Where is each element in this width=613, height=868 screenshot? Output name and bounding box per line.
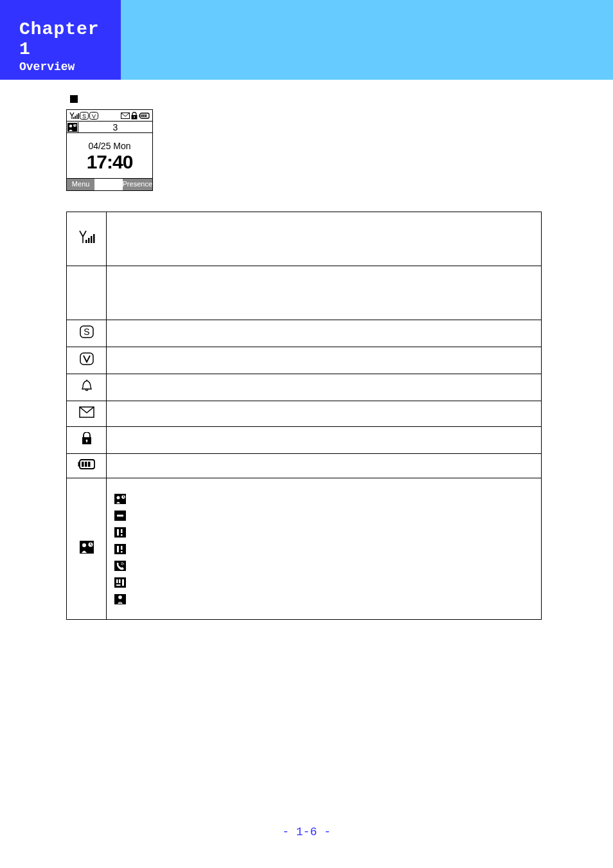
svg-rect-55 (119, 579, 121, 583)
table-row (67, 266, 542, 320)
envelope-desc (107, 401, 542, 427)
blank-desc (107, 266, 542, 320)
table-row: S (67, 320, 542, 347)
chapter-subtitle: Overview (19, 60, 121, 73)
svg-rect-20 (88, 238, 90, 243)
svg-rect-39 (114, 494, 126, 504)
svg-rect-22 (93, 234, 95, 243)
table-row (67, 454, 542, 478)
antenna-icon (78, 230, 96, 244)
s-box-cell: S (67, 320, 107, 347)
lock-icon (81, 432, 93, 445)
clock-area: 04/25 Mon 17:40 (67, 133, 152, 179)
presence-state-call-icon (114, 561, 126, 571)
lock-cell (67, 427, 107, 454)
svg-rect-21 (91, 236, 93, 243)
page-footer: - 1-6 - (0, 826, 613, 838)
battery-desc (107, 454, 542, 478)
svg-rect-19 (85, 240, 87, 243)
svg-rect-34 (85, 462, 87, 467)
svg-point-59 (118, 595, 122, 599)
svg-rect-13 (141, 114, 143, 117)
envelope-cell (67, 401, 107, 427)
svg-rect-56 (122, 579, 124, 586)
svg-rect-12 (139, 114, 141, 117)
svg-text:S: S (82, 113, 86, 119)
presence-row: 3 (67, 122, 152, 133)
table-row (67, 401, 542, 427)
v-box-cell (67, 347, 107, 374)
svg-rect-49 (117, 546, 119, 552)
svg-rect-14 (143, 114, 145, 117)
status-bar: S V (67, 110, 152, 122)
svg-rect-0 (73, 117, 75, 119)
table-row (67, 374, 542, 401)
svg-rect-48 (114, 544, 126, 554)
svg-rect-2 (76, 114, 78, 119)
blank-icon-cell (67, 266, 107, 320)
v-box-icon: V (89, 112, 98, 120)
softkey-menu: Menu (67, 179, 94, 190)
svg-rect-35 (88, 462, 91, 467)
presence-state-dnd-icon (114, 511, 126, 521)
svg-point-40 (117, 496, 120, 499)
battery-icon (139, 112, 150, 120)
svg-rect-52 (114, 561, 126, 571)
battery-cell (67, 454, 107, 478)
table-row (67, 212, 542, 266)
antenna-cell (67, 212, 107, 266)
lock-desc (107, 427, 542, 454)
presence-state-meeting-icon (114, 577, 126, 588)
v-box-icon (80, 352, 94, 365)
presence-busy-icon (67, 122, 78, 132)
chapter-title: Chapter 1 (19, 19, 121, 59)
battery-icon (78, 459, 96, 469)
s-box-icon: S (80, 325, 94, 338)
svg-rect-43 (117, 514, 123, 516)
svg-rect-51 (121, 551, 123, 553)
presence-state-busy-icon (114, 494, 126, 504)
section-bullet-icon (70, 95, 78, 103)
softkey-bar: Menu Presence (67, 179, 152, 190)
svg-rect-54 (116, 579, 118, 583)
table-row (67, 347, 542, 374)
presence-cell (67, 478, 107, 620)
table-row (67, 427, 542, 454)
v-box-desc (107, 347, 542, 374)
envelope-icon (121, 112, 130, 120)
svg-rect-47 (121, 534, 123, 536)
phone-screen-illustration: S V 3 04/25 Mon 17:40 Menu (66, 109, 153, 191)
svg-rect-15 (145, 114, 147, 117)
page-number: - 1-6 - (282, 826, 331, 838)
bell-cell (67, 374, 107, 401)
s-box-icon: S (80, 112, 89, 120)
svg-rect-57 (116, 584, 121, 586)
svg-rect-50 (121, 546, 123, 550)
svg-rect-1 (75, 116, 76, 119)
lock-icon (130, 112, 138, 120)
envelope-icon (79, 406, 94, 418)
svg-rect-44 (114, 527, 126, 538)
svg-point-37 (82, 543, 86, 547)
svg-text:S: S (84, 327, 89, 337)
bell-icon (80, 379, 93, 392)
svg-rect-46 (121, 529, 123, 533)
presence-busy-icon (80, 541, 94, 554)
svg-rect-30 (86, 440, 87, 442)
svg-text:V: V (92, 113, 96, 119)
svg-rect-33 (82, 462, 84, 467)
presence-count: 3 (78, 122, 152, 132)
chapter-heading-block: Chapter 1 Overview (0, 0, 121, 80)
presence-state-alert2-icon (114, 544, 126, 554)
bell-desc (107, 374, 542, 401)
presence-desc (107, 478, 542, 620)
icon-legend-table: S (66, 212, 542, 620)
presence-state-alert1-icon (114, 527, 126, 538)
presence-state-unknown-icon (114, 594, 126, 604)
chapter-banner: Chapter 1 Overview (0, 0, 613, 80)
page-content: S V 3 04/25 Mon 17:40 Menu (0, 80, 540, 620)
softkey-middle-empty (94, 179, 122, 190)
svg-point-17 (69, 124, 72, 127)
table-row (67, 478, 542, 620)
antenna-icon (69, 112, 79, 120)
